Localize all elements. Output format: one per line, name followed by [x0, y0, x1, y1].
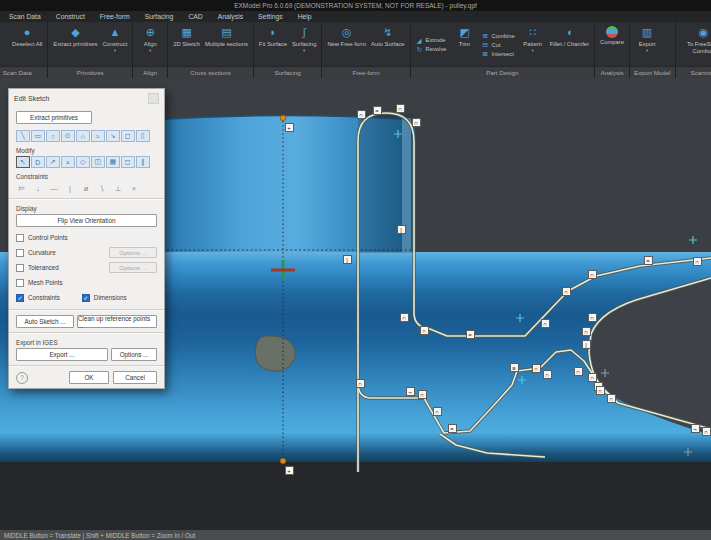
- constraint-box[interactable]: =: [466, 330, 475, 339]
- ok-button[interactable]: OK: [69, 371, 109, 384]
- constraints-checkbox[interactable]: ✓ Constraints: [16, 294, 60, 302]
- align-button[interactable]: ⊕Align▾: [136, 23, 164, 66]
- auto-sketch-button[interactable]: Auto Sketch ...: [16, 315, 74, 328]
- constraint-box[interactable]: ∩: [596, 386, 605, 395]
- construct-button[interactable]: ▲Construct▾: [100, 23, 129, 66]
- sketch-tool-2[interactable]: —: [48, 182, 60, 194]
- fit-surface-button[interactable]: ◗Fit Surface: [257, 23, 289, 66]
- menu-item-free-form[interactable]: Free-form: [100, 13, 130, 20]
- sketch-tool-6[interactable]: ⊥: [112, 182, 124, 194]
- constraint-box[interactable]: |: [397, 225, 406, 234]
- sketch-tool-8[interactable]: ∥: [136, 156, 150, 168]
- constraint-box[interactable]: ∩: [356, 379, 365, 388]
- sketch-tool-7[interactable]: ◻: [121, 156, 135, 168]
- constraint-box[interactable]: ∩: [418, 390, 427, 399]
- constraint-box[interactable]: ∩: [396, 104, 405, 113]
- sketch-tool-2[interactable]: ↗: [46, 156, 60, 168]
- constraint-box[interactable]: ∩: [588, 373, 597, 382]
- menu-item-surfacing[interactable]: Surfacing: [145, 13, 174, 20]
- sketch-tool-3[interactable]: ×: [61, 156, 75, 168]
- sketch-tool-1[interactable]: ↓: [32, 182, 44, 194]
- sketch-tool-7[interactable]: ×: [128, 182, 140, 194]
- constraint-box[interactable]: =: [448, 424, 457, 433]
- constraint-box[interactable]: ∩: [543, 370, 552, 379]
- curvature-options-button[interactable]: Options ...: [109, 247, 157, 258]
- new-free-form-button[interactable]: ◎New Free-form: [325, 23, 368, 66]
- export-options-button[interactable]: Options ...: [111, 348, 157, 361]
- sketch-tool-5[interactable]: ◫: [91, 156, 105, 168]
- constraint-box[interactable]: =: [644, 256, 653, 265]
- constraint-box[interactable]: ∩: [412, 118, 421, 127]
- menu-item-scan-data[interactable]: Scan Data: [9, 13, 41, 20]
- sketch-tool-8[interactable]: ▯: [136, 130, 150, 142]
- edit-sketch-dialog[interactable]: Edit Sketch Extract primitives ╲▭○⊙∩≈↘◻▯…: [8, 88, 165, 389]
- trim-button[interactable]: ◩Trim: [451, 23, 479, 66]
- sketch-tool-6[interactable]: ↘: [106, 130, 120, 142]
- dimensions-checkbox[interactable]: ✓ Dimensions: [82, 294, 127, 302]
- constraint-box[interactable]: =: [373, 106, 382, 115]
- fillet-chamfer-button[interactable]: ◖Fillet / Chamfer: [548, 23, 591, 66]
- menu-item-cad[interactable]: CAD: [188, 13, 202, 20]
- centerline-endpoint-top[interactable]: [280, 115, 286, 121]
- checkbox-box-checked[interactable]: ✓: [16, 294, 24, 302]
- constraint-box[interactable]: ∩: [532, 364, 541, 373]
- constraint-box[interactable]: ¬: [406, 387, 415, 396]
- sketch-tool-3[interactable]: |: [64, 182, 76, 194]
- export-iges-button[interactable]: Export ...: [16, 348, 108, 361]
- constraint-box[interactable]: ¬: [691, 424, 700, 433]
- help-icon[interactable]: ?: [16, 372, 28, 384]
- menu-item-analysis[interactable]: Analysis: [218, 13, 243, 20]
- to-freescan-button[interactable]: ◉To FreeScan Combo+: [679, 23, 711, 66]
- intersect-button[interactable]: ⊠Intersect: [483, 50, 515, 57]
- sketch-tool-0[interactable]: ↖: [16, 156, 30, 168]
- compare-button[interactable]: Compare: [598, 23, 626, 66]
- constraint-box[interactable]: ∩: [607, 394, 616, 403]
- auto-surface-button[interactable]: ↯Auto Surface: [369, 23, 407, 66]
- checkbox-box[interactable]: [16, 249, 24, 257]
- sketch-tool-5[interactable]: ∖: [96, 182, 108, 194]
- clipped-select-button[interactable]: ●: [0, 23, 9, 66]
- extract-primitives-dialog-button[interactable]: Extract primitives: [16, 111, 92, 124]
- constraint-box[interactable]: |: [582, 340, 591, 349]
- constraint-box[interactable]: ∩: [562, 287, 571, 296]
- cancel-button[interactable]: Cancel: [113, 371, 157, 384]
- constraint-box[interactable]: ∩: [693, 257, 702, 266]
- constraint-box[interactable]: ∩: [420, 326, 429, 335]
- sketch-tool-5[interactable]: ≈: [91, 130, 105, 142]
- combine-button[interactable]: ⊞Combine: [483, 32, 515, 39]
- toleranced-checkbox[interactable]: Toleranced: [16, 264, 59, 272]
- control-points-checkbox[interactable]: Control Points: [16, 234, 68, 242]
- 2d-sketch-button[interactable]: ▦2D Sketch: [171, 23, 202, 66]
- constraint-box[interactable]: |: [343, 255, 352, 264]
- centerline-endpoint-bottom[interactable]: [280, 458, 286, 464]
- constraint-box[interactable]: ∩: [433, 407, 442, 416]
- sketch-tool-2[interactable]: ○: [46, 130, 60, 142]
- constraint-box[interactable]: ∩: [588, 313, 597, 322]
- sketch-tool-4[interactable]: ∩: [76, 130, 90, 142]
- sketch-tool-1[interactable]: D: [31, 156, 45, 168]
- menu-item-settings[interactable]: Settings: [258, 13, 283, 20]
- extrude-button[interactable]: ◢Extrude: [417, 37, 447, 44]
- sketch-tool-3[interactable]: ⊙: [61, 130, 75, 142]
- multiple-sections-button[interactable]: ▤Multiple sections: [203, 23, 250, 66]
- deselect-all-button[interactable]: ●Deselect All: [10, 23, 44, 66]
- mesh-points-checkbox[interactable]: Mesh Points: [16, 279, 63, 287]
- sketch-tool-1[interactable]: ▭: [31, 130, 45, 142]
- checkbox-box[interactable]: [16, 234, 24, 242]
- extract-primitives-button[interactable]: ◆Extract primitives: [51, 23, 99, 66]
- constraint-box[interactable]: ∩: [541, 319, 550, 328]
- constraint-box[interactable]: +: [285, 466, 294, 475]
- curvature-checkbox[interactable]: Curvature: [16, 249, 56, 257]
- menu-item-help[interactable]: Help: [298, 13, 312, 20]
- constraint-box[interactable]: +: [285, 123, 294, 132]
- sketch-tool-7[interactable]: ◻: [121, 130, 135, 142]
- constraint-box[interactable]: ∩: [702, 427, 711, 436]
- checkbox-box-checked[interactable]: ✓: [82, 294, 90, 302]
- cut-button[interactable]: ⊟Cut: [483, 41, 515, 48]
- sketch-tool-0[interactable]: ╲: [16, 130, 30, 142]
- constraint-box[interactable]: ∩: [588, 270, 597, 279]
- constraint-box[interactable]: ∩: [400, 313, 409, 322]
- flip-view-orientation-button[interactable]: Flip View Orientation: [16, 214, 157, 227]
- constraint-box[interactable]: ∩: [357, 110, 366, 119]
- constraint-box[interactable]: ≡: [510, 363, 519, 372]
